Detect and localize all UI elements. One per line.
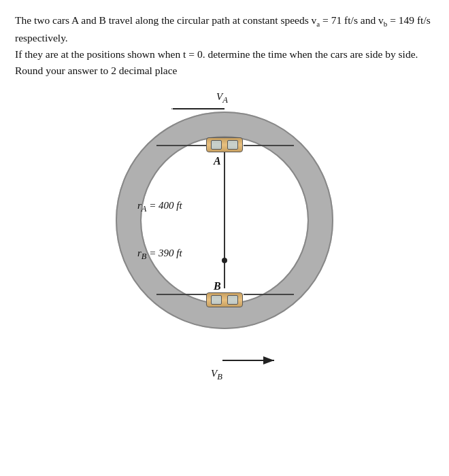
car-b xyxy=(206,292,243,307)
problem-line2: If they are at the positions shown when … xyxy=(15,48,418,76)
problem-line1: The two cars A and B travel along the ci… xyxy=(15,14,431,44)
label-a: A xyxy=(214,155,221,167)
dash-left-a xyxy=(156,145,207,146)
problem-text: The two cars A and B travel along the ci… xyxy=(15,12,434,79)
circular-track: A B rA = 400 ft rB = 390 ft xyxy=(116,112,333,329)
center-line xyxy=(224,152,225,288)
car-b-body xyxy=(206,292,243,307)
va-arrow xyxy=(171,103,226,117)
label-b: B xyxy=(214,280,221,292)
car-a-body xyxy=(206,137,243,152)
label-ra: rA = 400 ft xyxy=(137,200,182,214)
dash-right-a xyxy=(244,145,294,146)
vb-arrow xyxy=(221,355,276,369)
vb-label: VB xyxy=(211,368,222,382)
label-rb: rB = 390 ft xyxy=(137,248,182,262)
main-content: The two cars A and B travel along the ci… xyxy=(0,0,449,476)
dash-right-b xyxy=(244,294,294,295)
dash-left-b xyxy=(156,294,207,295)
dot-b xyxy=(222,258,227,263)
car-a xyxy=(206,137,243,152)
diagram-area: VA xyxy=(15,91,434,384)
